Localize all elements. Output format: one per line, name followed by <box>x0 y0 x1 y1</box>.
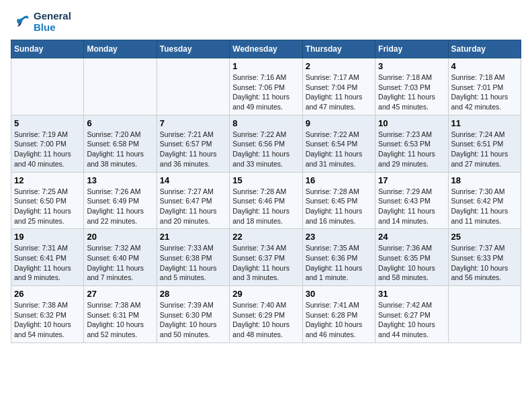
day-cell: 17 Sunrise: 7:29 AMSunset: 6:43 PMDaylig… <box>375 172 448 229</box>
day-cell: 23 Sunrise: 7:35 AMSunset: 6:36 PMDaylig… <box>302 229 375 286</box>
day-cell: 4 Sunrise: 7:18 AMSunset: 7:01 PMDayligh… <box>448 58 521 116</box>
day-info: Sunrise: 7:18 AMSunset: 7:01 PMDaylight:… <box>451 73 508 111</box>
day-info: Sunrise: 7:42 AMSunset: 6:27 PMDaylight:… <box>378 301 435 338</box>
page-header: General Blue <box>11 11 521 33</box>
calendar-table: SundayMondayTuesdayWednesdayThursdayFrid… <box>11 40 521 343</box>
day-info: Sunrise: 7:28 AMSunset: 6:45 PMDaylight:… <box>306 187 363 225</box>
day-cell: 12 Sunrise: 7:25 AMSunset: 6:50 PMDaylig… <box>11 172 84 229</box>
day-header-monday: Monday <box>84 40 157 58</box>
day-cell: 8 Sunrise: 7:22 AMSunset: 6:56 PMDayligh… <box>230 115 302 172</box>
day-cell: 20 Sunrise: 7:32 AMSunset: 6:40 PMDaylig… <box>84 229 157 286</box>
day-info: Sunrise: 7:18 AMSunset: 7:03 PMDaylight:… <box>378 73 435 111</box>
day-info: Sunrise: 7:24 AMSunset: 6:51 PMDaylight:… <box>451 130 508 168</box>
day-number: 6 <box>87 118 153 128</box>
day-info: Sunrise: 7:28 AMSunset: 6:46 PMDaylight:… <box>232 187 290 225</box>
day-cell: 29 Sunrise: 7:40 AMSunset: 6:29 PMDaylig… <box>230 286 302 343</box>
day-cell: 14 Sunrise: 7:27 AMSunset: 6:47 PMDaylig… <box>157 172 229 229</box>
day-number: 18 <box>451 175 518 185</box>
day-cell: 31 Sunrise: 7:42 AMSunset: 6:27 PMDaylig… <box>375 286 448 343</box>
week-row-2: 5 Sunrise: 7:19 AMSunset: 7:00 PMDayligh… <box>11 115 521 172</box>
day-cell: 15 Sunrise: 7:28 AMSunset: 6:46 PMDaylig… <box>230 172 302 229</box>
day-info: Sunrise: 7:36 AMSunset: 6:35 PMDaylight:… <box>378 244 435 281</box>
day-number: 29 <box>232 289 299 299</box>
day-number: 22 <box>232 232 299 242</box>
day-info: Sunrise: 7:21 AMSunset: 6:57 PMDaylight:… <box>160 130 217 168</box>
day-cell: 27 Sunrise: 7:38 AMSunset: 6:31 PMDaylig… <box>84 286 157 343</box>
day-cell <box>448 286 521 343</box>
day-number: 11 <box>451 118 518 128</box>
logo: General Blue <box>11 11 71 33</box>
day-number: 31 <box>378 289 445 299</box>
week-row-5: 26 Sunrise: 7:38 AMSunset: 6:32 PMDaylig… <box>11 286 521 343</box>
day-cell: 3 Sunrise: 7:18 AMSunset: 7:03 PMDayligh… <box>375 58 448 116</box>
day-number: 17 <box>378 175 445 185</box>
day-cell: 16 Sunrise: 7:28 AMSunset: 6:45 PMDaylig… <box>302 172 375 229</box>
day-cell: 30 Sunrise: 7:41 AMSunset: 6:28 PMDaylig… <box>302 286 375 343</box>
day-header-wednesday: Wednesday <box>230 40 302 58</box>
day-info: Sunrise: 7:19 AMSunset: 7:00 PMDaylight:… <box>14 130 71 168</box>
day-number: 19 <box>14 232 81 242</box>
day-cell <box>84 58 157 116</box>
day-header-thursday: Thursday <box>302 40 375 58</box>
day-number: 27 <box>87 289 153 299</box>
day-info: Sunrise: 7:17 AMSunset: 7:04 PMDaylight:… <box>306 73 363 111</box>
day-number: 5 <box>14 118 81 128</box>
day-number: 28 <box>160 289 226 299</box>
day-number: 3 <box>378 61 445 71</box>
day-number: 14 <box>160 175 226 185</box>
day-info: Sunrise: 7:30 AMSunset: 6:42 PMDaylight:… <box>451 187 508 225</box>
day-info: Sunrise: 7:35 AMSunset: 6:36 PMDaylight:… <box>306 244 363 281</box>
day-number: 4 <box>451 61 518 71</box>
day-cell: 18 Sunrise: 7:30 AMSunset: 6:42 PMDaylig… <box>448 172 521 229</box>
day-info: Sunrise: 7:23 AMSunset: 6:53 PMDaylight:… <box>378 130 435 168</box>
week-row-4: 19 Sunrise: 7:31 AMSunset: 6:41 PMDaylig… <box>11 229 521 286</box>
day-header-sunday: Sunday <box>11 40 84 58</box>
day-number: 12 <box>14 175 81 185</box>
day-info: Sunrise: 7:25 AMSunset: 6:50 PMDaylight:… <box>14 187 71 225</box>
day-header-saturday: Saturday <box>448 40 521 58</box>
day-number: 13 <box>87 175 153 185</box>
day-cell <box>11 58 84 116</box>
day-info: Sunrise: 7:31 AMSunset: 6:41 PMDaylight:… <box>14 244 71 281</box>
day-number: 9 <box>306 118 372 128</box>
day-cell: 24 Sunrise: 7:36 AMSunset: 6:35 PMDaylig… <box>375 229 448 286</box>
day-cell: 5 Sunrise: 7:19 AMSunset: 7:00 PMDayligh… <box>11 115 84 172</box>
day-number: 8 <box>232 118 299 128</box>
day-number: 25 <box>451 232 518 242</box>
day-cell <box>157 58 229 116</box>
day-number: 20 <box>87 232 153 242</box>
day-info: Sunrise: 7:38 AMSunset: 6:32 PMDaylight:… <box>14 301 71 338</box>
day-number: 16 <box>306 175 372 185</box>
week-row-3: 12 Sunrise: 7:25 AMSunset: 6:50 PMDaylig… <box>11 172 521 229</box>
day-number: 1 <box>232 61 299 71</box>
day-info: Sunrise: 7:22 AMSunset: 6:54 PMDaylight:… <box>306 130 363 168</box>
day-cell: 26 Sunrise: 7:38 AMSunset: 6:32 PMDaylig… <box>11 286 84 343</box>
logo-icon <box>11 12 31 32</box>
day-info: Sunrise: 7:27 AMSunset: 6:47 PMDaylight:… <box>160 187 217 225</box>
day-number: 23 <box>306 232 372 242</box>
day-cell: 1 Sunrise: 7:16 AMSunset: 7:06 PMDayligh… <box>230 58 302 116</box>
day-number: 26 <box>14 289 81 299</box>
week-row-1: 1 Sunrise: 7:16 AMSunset: 7:06 PMDayligh… <box>11 58 521 116</box>
day-cell: 25 Sunrise: 7:37 AMSunset: 6:33 PMDaylig… <box>448 229 521 286</box>
day-cell: 22 Sunrise: 7:34 AMSunset: 6:37 PMDaylig… <box>230 229 302 286</box>
day-number: 2 <box>306 61 372 71</box>
day-info: Sunrise: 7:37 AMSunset: 6:33 PMDaylight:… <box>451 244 508 281</box>
day-info: Sunrise: 7:33 AMSunset: 6:38 PMDaylight:… <box>160 244 217 281</box>
day-number: 15 <box>232 175 299 185</box>
day-cell: 7 Sunrise: 7:21 AMSunset: 6:57 PMDayligh… <box>157 115 229 172</box>
logo-text: General Blue <box>34 11 71 33</box>
day-info: Sunrise: 7:40 AMSunset: 6:29 PMDaylight:… <box>232 301 290 338</box>
day-info: Sunrise: 7:22 AMSunset: 6:56 PMDaylight:… <box>232 130 290 168</box>
day-info: Sunrise: 7:38 AMSunset: 6:31 PMDaylight:… <box>87 301 144 338</box>
day-header-tuesday: Tuesday <box>157 40 229 58</box>
day-cell: 2 Sunrise: 7:17 AMSunset: 7:04 PMDayligh… <box>302 58 375 116</box>
day-number: 21 <box>160 232 226 242</box>
day-number: 30 <box>306 289 372 299</box>
day-info: Sunrise: 7:20 AMSunset: 6:58 PMDaylight:… <box>87 130 144 168</box>
day-cell: 11 Sunrise: 7:24 AMSunset: 6:51 PMDaylig… <box>448 115 521 172</box>
day-cell: 13 Sunrise: 7:26 AMSunset: 6:49 PMDaylig… <box>84 172 157 229</box>
day-info: Sunrise: 7:16 AMSunset: 7:06 PMDaylight:… <box>232 73 290 111</box>
day-info: Sunrise: 7:34 AMSunset: 6:37 PMDaylight:… <box>232 244 290 281</box>
day-header-friday: Friday <box>375 40 448 58</box>
